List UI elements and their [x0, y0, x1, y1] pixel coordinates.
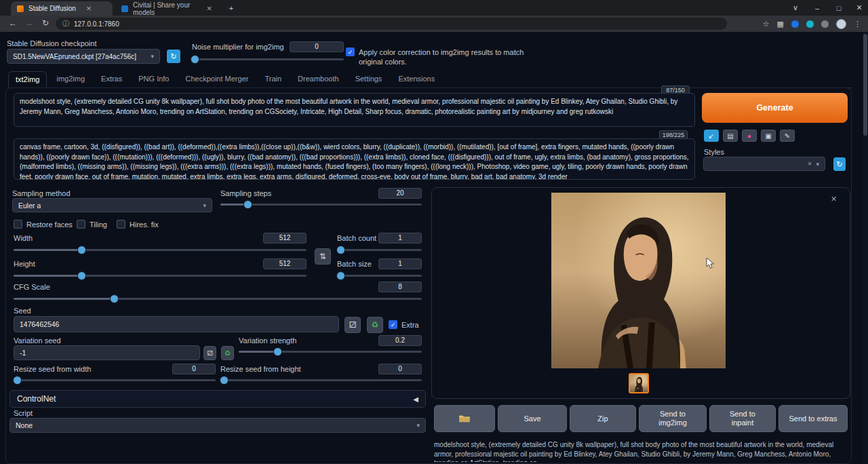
back-button[interactable]: ← [7, 18, 19, 28]
variation-seed-input[interactable]: -1 [14, 345, 200, 360]
profile-avatar[interactable] [836, 19, 846, 29]
tab-extensions[interactable]: Extensions [391, 71, 441, 88]
resize-seed-height-slider[interactable] [220, 376, 422, 384]
color-correction-checkbox[interactable]: ✓ Apply color correction to img2img resu… [346, 47, 540, 66]
batch-size-slider[interactable] [337, 271, 422, 279]
refresh-icon: ↻ [170, 52, 176, 61]
page-scrollbar-thumb[interactable] [863, 34, 867, 136]
extension-gray-icon[interactable] [821, 20, 829, 28]
browser-tab-label: Stable Diffusion [28, 5, 76, 12]
save-style-button[interactable]: ✎ [780, 130, 795, 142]
generated-image[interactable] [551, 193, 726, 368]
swap-width-height-button[interactable]: ⇅ [315, 248, 331, 265]
tab-search-button[interactable]: ∨ [785, 0, 806, 16]
send-to-extras-button[interactable]: Send to extras [778, 405, 848, 432]
close-image-button[interactable]: ✕ [831, 195, 837, 204]
reuse-variation-seed-button[interactable]: ♻ [221, 346, 234, 360]
cfg-scale-value[interactable]: 8 [378, 282, 422, 292]
checkpoint-label: Stable Diffusion checkpoint [7, 39, 97, 47]
hires-fix-checkbox[interactable]: Hires. fix [117, 220, 159, 229]
tab-img2img[interactable]: img2img [50, 71, 92, 88]
height-value[interactable]: 512 [263, 258, 307, 269]
tab-dreambooth[interactable]: Dreambooth [291, 71, 346, 88]
batch-size-value[interactable]: 1 [378, 258, 422, 269]
noise-multiplier-value[interactable]: 0 [290, 41, 344, 52]
browser-toolbar: ← → ↻ ⓘ 127.0.0.1:7860 ☆ ▦ ⋮ [0, 16, 868, 32]
browser-menu-icon[interactable]: ⋮ [854, 20, 861, 28]
script-dropdown[interactable]: None ▾ [9, 418, 426, 433]
gallery-thumbnail[interactable] [629, 373, 649, 393]
controlnet-accordion[interactable]: ControlNet ◀ [9, 390, 426, 408]
window-maximize-button[interactable]: □ [829, 0, 849, 16]
cfg-scale-slider[interactable] [14, 294, 422, 303]
negative-prompt-input[interactable]: canvas frame, cartoon, 3d, ((disfigured)… [14, 138, 695, 180]
tab-checkpoint-merger[interactable]: Checkpoint Merger [178, 71, 255, 88]
open-folder-button[interactable] [434, 405, 495, 432]
width-slider[interactable] [14, 246, 307, 254]
extension-blue-icon[interactable] [791, 20, 799, 28]
send-to-extras-label: Send to extras [789, 414, 837, 423]
clear-prompt-button[interactable]: ▤ [723, 130, 738, 142]
address-bar[interactable]: ⓘ 127.0.0.1:7860 [56, 18, 727, 30]
width-value[interactable]: 512 [263, 233, 307, 244]
extensions-icon[interactable]: ▦ [777, 20, 784, 28]
browser-tab-stable-diffusion[interactable]: Stable Diffusion ✕ [11, 1, 113, 16]
clear-styles-icon[interactable]: ✕ [808, 161, 812, 167]
tab-settings[interactable]: Settings [349, 71, 389, 88]
sampling-method-dropdown[interactable]: Euler a ▾ [12, 198, 212, 212]
send-to-img2img-button[interactable]: Send to img2img [639, 405, 707, 432]
tiling-checkbox[interactable]: Tiling [77, 220, 107, 229]
refresh-checkpoint-button[interactable]: ↻ [167, 50, 180, 63]
browser-tab-civitai[interactable]: Civitai | Share your models ✕ [115, 1, 218, 16]
sampling-steps-value[interactable]: 20 [378, 188, 422, 199]
batch-count-value[interactable]: 1 [378, 233, 422, 244]
zip-button[interactable]: Zip [570, 405, 636, 432]
resize-seed-width-slider[interactable] [14, 376, 216, 384]
extra-seed-checkbox[interactable]: ✓ Extra [389, 320, 419, 329]
site-info-icon[interactable]: ⓘ [62, 19, 69, 28]
reload-button[interactable]: ↻ [39, 18, 52, 28]
resize-seed-height-value[interactable]: 0 [378, 364, 422, 374]
paste-params-button[interactable]: ↙ [704, 130, 719, 142]
dice-icon: ⚂ [207, 349, 213, 357]
cfg-scale-label: CFG Scale [14, 283, 50, 291]
tab-train[interactable]: Train [258, 71, 288, 88]
apply-style-button[interactable]: ▣ [761, 130, 776, 142]
styles-dropdown[interactable]: ✕ ▾ [703, 157, 825, 171]
variation-strength-value[interactable]: 0.2 [378, 335, 422, 346]
bookmark-star-icon[interactable]: ☆ [763, 20, 770, 28]
generate-button[interactable]: Generate [702, 93, 848, 123]
noise-multiplier-slider[interactable] [191, 55, 344, 63]
random-seed-button[interactable]: ⚂ [344, 317, 361, 333]
refresh-styles-button[interactable]: ↻ [833, 157, 846, 171]
new-tab-button[interactable]: + [224, 0, 239, 16]
checkbox-checked-icon: ✓ [389, 320, 397, 329]
random-variation-seed-button[interactable]: ⚂ [203, 346, 216, 360]
seed-input[interactable]: 1476462546 [14, 316, 339, 332]
tab-close-icon[interactable]: ✕ [207, 5, 212, 12]
restore-faces-checkbox[interactable]: Restore faces [14, 220, 73, 229]
tab-extras[interactable]: Extras [94, 71, 129, 88]
checkpoint-dropdown[interactable]: SD1.5NewVAEpruned.ckpt [27a4ac756c] ▾ [7, 49, 160, 64]
batch-count-slider[interactable] [337, 246, 422, 254]
send-to-inpaint-button[interactable]: Send to inpaint [709, 405, 776, 432]
resize-seed-width-label: Resize seed from width [14, 365, 91, 373]
window-close-button[interactable]: ✕ [849, 0, 868, 16]
reuse-seed-button[interactable]: ♻ [367, 317, 383, 333]
checkbox-icon [77, 220, 85, 229]
save-button[interactable]: Save [498, 405, 567, 432]
tab-png-info[interactable]: PNG Info [132, 71, 176, 88]
zip-label: Zip [597, 414, 608, 423]
extra-networks-button[interactable]: ● [742, 130, 757, 142]
sampling-steps-slider[interactable] [220, 200, 422, 208]
extension-teal-icon[interactable] [806, 20, 814, 28]
forward-button[interactable]: → [23, 18, 35, 28]
height-slider[interactable] [14, 271, 307, 279]
tab-txt2img[interactable]: txt2img [8, 71, 47, 88]
resize-seed-width-value[interactable]: 0 [172, 364, 216, 374]
window-minimize-button[interactable]: – [807, 0, 827, 16]
variation-strength-slider[interactable] [239, 347, 422, 355]
prompt-input[interactable]: modelshoot style, (extremely detailed CG… [14, 93, 695, 127]
tab-close-icon[interactable]: ✕ [86, 5, 92, 12]
variation-seed-label: Variation seed [14, 336, 61, 345]
